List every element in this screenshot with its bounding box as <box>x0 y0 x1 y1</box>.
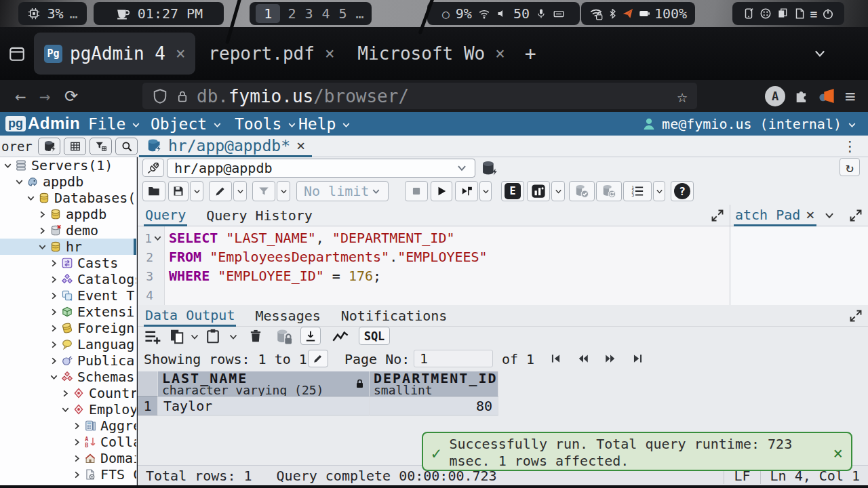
tab-close-icon[interactable]: × <box>495 44 505 63</box>
url-bar[interactable]: db.fymio.us/browser/ ☆ <box>142 83 697 109</box>
scratch-pad-tab[interactable]: atch Pad × <box>734 205 816 226</box>
clock-widget[interactable]: 01:27 PM <box>94 2 224 25</box>
tab-notifications[interactable]: Notifications <box>340 305 449 327</box>
paste-icon[interactable] <box>205 328 221 344</box>
query-tool-tab[interactable]: hr/app@appdb* × <box>139 136 312 157</box>
extensions-puzzle-icon[interactable] <box>793 87 810 104</box>
tab-query[interactable]: Query <box>144 205 187 226</box>
save-data-icon[interactable] <box>275 328 293 346</box>
tree-item-colla[interactable]: ABColla <box>0 434 136 450</box>
sql-code[interactable]: SELECT "LAST_NAME", "DEPARTMENT_ID"FROM … <box>169 228 730 304</box>
sql-line[interactable]: SELECT "LAST_NAME", "DEPARTMENT_ID" <box>169 228 730 247</box>
commit-button[interactable] <box>569 181 595 201</box>
close-scratch-pad-icon[interactable]: × <box>806 206 814 223</box>
sql-line[interactable]: FROM "EmployeesDepartments"."EMPLOYEES" <box>169 247 730 266</box>
maximize-output-icon[interactable] <box>849 309 863 323</box>
edit-button[interactable] <box>209 181 232 201</box>
browser-menu-icon[interactable]: ≡ <box>845 80 856 112</box>
extension-a-button[interactable]: A <box>765 86 785 106</box>
sql-line[interactable]: WHERE "EMPLOYEE_ID" = 176; <box>169 266 730 285</box>
column-header-last_name[interactable]: LAST_NAMEcharacter varying (25) <box>158 371 370 396</box>
network-battery-widget[interactable]: 100% <box>581 2 695 25</box>
explain-menu-button[interactable] <box>551 181 565 201</box>
column-header-department_id[interactable]: DEPARTMENT_IDsmallint <box>370 371 498 396</box>
bookmark-star-icon[interactable]: ☆ <box>677 86 688 106</box>
browser-tab[interactable]: report.pdf× <box>198 33 344 75</box>
tree-item-hr[interactable]: hr <box>0 239 136 255</box>
new-connection-icon[interactable] <box>480 159 498 177</box>
save-menu-button[interactable] <box>190 181 203 201</box>
tree-item-demo[interactable]: demo <box>0 222 136 239</box>
reload-button[interactable]: ⟳ <box>64 80 78 112</box>
extension-megaphone-icon[interactable] <box>818 87 836 105</box>
delete-icon[interactable] <box>248 328 263 344</box>
workspace-4[interactable]: 4 <box>321 5 332 22</box>
filter-button[interactable] <box>252 181 275 201</box>
tab-data-output[interactable]: Data Output <box>144 305 236 327</box>
sql-editor[interactable]: 1234 SELECT "LAST_NAME", "DEPARTMENT_ID"… <box>138 226 730 305</box>
document-icon[interactable] <box>793 7 806 20</box>
phone-icon[interactable] <box>743 7 755 20</box>
paste-menu-icon[interactable] <box>228 331 239 342</box>
tab-close-icon[interactable]: × <box>325 44 334 63</box>
power-icon[interactable] <box>822 7 834 20</box>
menu-object[interactable]: Object <box>151 112 222 136</box>
tray-menu-icon[interactable]: ≡ <box>810 7 818 21</box>
menu-tools[interactable]: Tools <box>235 112 297 136</box>
https-lock-icon[interactable] <box>176 88 189 104</box>
connection-dropdown[interactable]: hr/app@appdb <box>167 159 475 178</box>
save-file-button[interactable] <box>168 181 189 201</box>
close-toast-icon[interactable]: × <box>833 444 843 463</box>
workspace-3[interactable]: 3 <box>303 5 314 22</box>
tree-item-extensi[interactable]: Extensi <box>0 304 136 320</box>
pg-first-button[interactable] <box>546 350 566 367</box>
cpu-widget[interactable]: 3% … <box>18 2 87 25</box>
row-number[interactable]: 1 <box>138 396 158 415</box>
tree-item-event-tr[interactable]: Event Tr <box>0 287 136 304</box>
close-tab-icon[interactable]: × <box>296 137 305 154</box>
download-button[interactable] <box>300 327 321 345</box>
copy-menu-icon[interactable] <box>189 331 200 342</box>
view-data-button[interactable] <box>64 138 86 155</box>
open-file-button[interactable] <box>142 181 165 201</box>
refresh-button[interactable]: ↻ <box>840 158 860 176</box>
edit-range-button[interactable] <box>308 350 328 367</box>
maximize-scratch-pad-icon[interactable] <box>849 209 863 222</box>
sql-button[interactable]: SQL <box>359 327 390 345</box>
execute-options-button[interactable] <box>455 181 478 201</box>
palette-icon[interactable] <box>760 7 772 20</box>
pg-last-button[interactable] <box>627 350 648 367</box>
grid-corner[interactable] <box>138 371 158 396</box>
status-widget[interactable]: ○ 9% 50 <box>427 2 580 25</box>
list-all-tabs-icon[interactable] <box>812 46 827 61</box>
stop-button[interactable] <box>405 181 428 201</box>
panel-menu-icon[interactable]: ⋮ <box>843 138 857 155</box>
execute-button[interactable] <box>431 181 452 201</box>
help-button[interactable]: ? <box>671 181 694 201</box>
menu-help[interactable]: Help <box>298 112 351 136</box>
grid-cell[interactable]: 80 <box>370 396 498 415</box>
pg-next-button[interactable] <box>600 350 620 367</box>
graph-visualiser-icon[interactable] <box>331 328 350 346</box>
execute-menu-button[interactable] <box>479 181 492 201</box>
pg-prev-button[interactable] <box>573 350 593 367</box>
workspace-1[interactable]: 1 <box>256 4 280 23</box>
tree-item-languag[interactable]: Languag <box>0 336 136 352</box>
query-tool-button[interactable] <box>38 138 60 155</box>
tab-close-icon[interactable]: × <box>176 44 185 63</box>
tree-item-casts[interactable]: Casts <box>0 255 136 271</box>
filtered-rows-button[interactable] <box>90 138 112 155</box>
documents-icon[interactable] <box>776 7 789 20</box>
browser-tab[interactable]: Microsoft Wo× <box>347 33 515 75</box>
account-menu[interactable]: me@fymio.us (internal) <box>642 112 857 136</box>
workspace-2[interactable]: 2 <box>286 5 297 22</box>
workspace-5[interactable]: 5 <box>338 5 349 22</box>
tree-item-foreign[interactable]: Foreign <box>0 320 136 336</box>
scratch-pad-panel[interactable] <box>730 226 868 305</box>
filter-menu-button[interactable] <box>277 181 290 201</box>
system-tray[interactable]: ≡ <box>732 2 844 25</box>
tree-item-countr[interactable]: Countr <box>0 385 136 401</box>
tree-item-domai[interactable]: Domai <box>0 450 136 466</box>
explain-analyze-button[interactable] <box>527 181 550 201</box>
page-no-input[interactable]: 1 <box>414 350 493 367</box>
